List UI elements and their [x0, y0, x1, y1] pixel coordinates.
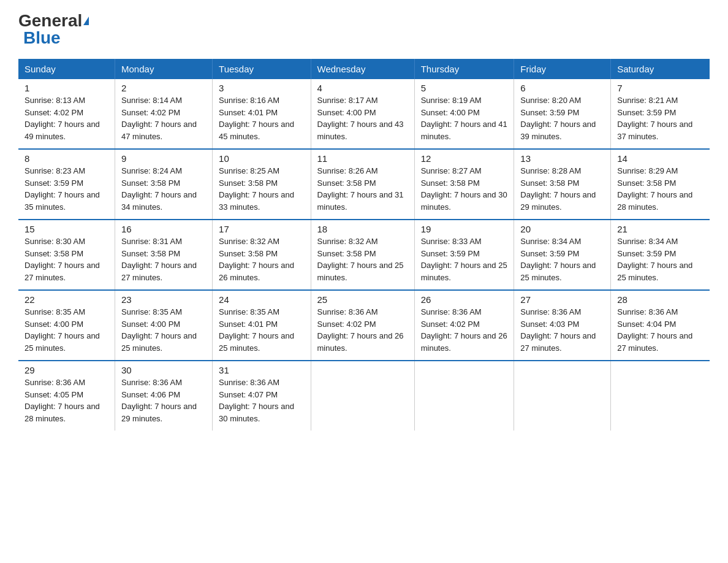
day-info: Sunrise: 8:28 AMSunset: 3:58 PMDaylight:… — [520, 166, 596, 212]
day-info: Sunrise: 8:33 AMSunset: 3:59 PMDaylight:… — [421, 237, 507, 282]
day-number: 26 — [421, 294, 508, 305]
day-number: 13 — [520, 153, 604, 164]
calendar-cell: 24 Sunrise: 8:35 AMSunset: 4:01 PMDaylig… — [213, 290, 311, 361]
day-number: 4 — [317, 83, 408, 93]
calendar-cell: 16 Sunrise: 8:31 AMSunset: 3:58 PMDaylig… — [115, 220, 213, 290]
day-info: Sunrise: 8:13 AMSunset: 4:02 PMDaylight:… — [25, 96, 100, 141]
day-number: 21 — [617, 224, 703, 234]
calendar-cell: 28 Sunrise: 8:36 AMSunset: 4:04 PMDaylig… — [611, 290, 710, 361]
calendar-cell: 9 Sunrise: 8:24 AMSunset: 3:58 PMDayligh… — [115, 149, 213, 220]
day-info: Sunrise: 8:20 AMSunset: 3:59 PMDaylight:… — [520, 96, 596, 141]
calendar-cell: 31 Sunrise: 8:36 AMSunset: 4:07 PMDaylig… — [213, 361, 311, 431]
weekday-header-saturday: Saturday — [611, 59, 710, 79]
day-number: 10 — [219, 153, 304, 164]
day-info: Sunrise: 8:31 AMSunset: 3:58 PMDaylight:… — [121, 237, 197, 282]
day-info: Sunrise: 8:35 AMSunset: 4:00 PMDaylight:… — [121, 307, 197, 353]
day-number: 19 — [421, 224, 508, 234]
day-number: 31 — [219, 365, 304, 375]
weekday-header-sunday: Sunday — [18, 59, 115, 79]
day-number: 17 — [219, 224, 304, 234]
day-number: 16 — [121, 224, 206, 234]
day-info: Sunrise: 8:21 AMSunset: 3:59 PMDaylight:… — [617, 96, 692, 141]
calendar-cell: 21 Sunrise: 8:34 AMSunset: 3:59 PMDaylig… — [611, 220, 710, 290]
day-info: Sunrise: 8:14 AMSunset: 4:02 PMDaylight:… — [121, 96, 197, 141]
day-info: Sunrise: 8:26 AMSunset: 3:58 PMDaylight:… — [317, 166, 404, 212]
day-number: 2 — [121, 83, 206, 93]
day-info: Sunrise: 8:17 AMSunset: 4:00 PMDaylight:… — [317, 96, 404, 141]
day-number: 24 — [219, 294, 304, 305]
calendar-cell: 20 Sunrise: 8:34 AMSunset: 3:59 PMDaylig… — [514, 220, 611, 290]
page-header: General Blue — [18, 12, 710, 47]
calendar-cell: 13 Sunrise: 8:28 AMSunset: 3:58 PMDaylig… — [514, 149, 611, 220]
day-number: 9 — [121, 153, 206, 164]
week-row-2: 8 Sunrise: 8:23 AMSunset: 3:59 PMDayligh… — [18, 149, 710, 220]
day-info: Sunrise: 8:36 AMSunset: 4:04 PMDaylight:… — [617, 307, 692, 353]
day-info: Sunrise: 8:36 AMSunset: 4:02 PMDaylight:… — [421, 307, 507, 353]
day-info: Sunrise: 8:34 AMSunset: 3:59 PMDaylight:… — [520, 237, 596, 282]
calendar-body: 1 Sunrise: 8:13 AMSunset: 4:02 PMDayligh… — [18, 79, 710, 431]
day-info: Sunrise: 8:36 AMSunset: 4:02 PMDaylight:… — [317, 307, 404, 353]
week-row-1: 1 Sunrise: 8:13 AMSunset: 4:02 PMDayligh… — [18, 79, 710, 149]
day-number: 30 — [121, 365, 206, 375]
weekday-header-monday: Monday — [115, 59, 213, 79]
calendar-cell: 15 Sunrise: 8:30 AMSunset: 3:58 PMDaylig… — [18, 220, 115, 290]
logo: General Blue — [18, 12, 89, 47]
day-info: Sunrise: 8:35 AMSunset: 4:00 PMDaylight:… — [25, 307, 100, 353]
weekday-header-wednesday: Wednesday — [311, 59, 414, 79]
day-info: Sunrise: 8:23 AMSunset: 3:59 PMDaylight:… — [25, 166, 100, 212]
calendar-cell: 30 Sunrise: 8:36 AMSunset: 4:06 PMDaylig… — [115, 361, 213, 431]
calendar-cell: 1 Sunrise: 8:13 AMSunset: 4:02 PMDayligh… — [18, 79, 115, 149]
day-info: Sunrise: 8:25 AMSunset: 3:58 PMDaylight:… — [219, 166, 294, 212]
calendar-cell: 5 Sunrise: 8:19 AMSunset: 4:00 PMDayligh… — [414, 79, 514, 149]
day-info: Sunrise: 8:29 AMSunset: 3:58 PMDaylight:… — [617, 166, 692, 212]
day-number: 15 — [25, 224, 108, 234]
day-info: Sunrise: 8:35 AMSunset: 4:01 PMDaylight:… — [219, 307, 294, 353]
day-number: 23 — [121, 294, 206, 305]
day-info: Sunrise: 8:36 AMSunset: 4:07 PMDaylight:… — [219, 378, 294, 423]
day-info: Sunrise: 8:30 AMSunset: 3:58 PMDaylight:… — [25, 237, 100, 282]
calendar-cell: 12 Sunrise: 8:27 AMSunset: 3:58 PMDaylig… — [414, 149, 514, 220]
day-info: Sunrise: 8:16 AMSunset: 4:01 PMDaylight:… — [219, 96, 294, 141]
calendar-cell: 7 Sunrise: 8:21 AMSunset: 3:59 PMDayligh… — [611, 79, 710, 149]
day-number: 3 — [219, 83, 304, 93]
day-number: 29 — [25, 365, 108, 375]
weekday-header-row: SundayMondayTuesdayWednesdayThursdayFrid… — [18, 59, 710, 79]
weekday-header-tuesday: Tuesday — [213, 59, 311, 79]
day-number: 1 — [25, 83, 108, 93]
day-info: Sunrise: 8:24 AMSunset: 3:58 PMDaylight:… — [121, 166, 197, 212]
day-number: 18 — [317, 224, 408, 234]
calendar-cell: 4 Sunrise: 8:17 AMSunset: 4:00 PMDayligh… — [311, 79, 414, 149]
calendar-cell: 27 Sunrise: 8:36 AMSunset: 4:03 PMDaylig… — [514, 290, 611, 361]
calendar-cell — [611, 361, 710, 431]
day-number: 27 — [520, 294, 604, 305]
calendar-cell: 10 Sunrise: 8:25 AMSunset: 3:58 PMDaylig… — [213, 149, 311, 220]
week-row-4: 22 Sunrise: 8:35 AMSunset: 4:00 PMDaylig… — [18, 290, 710, 361]
calendar-cell: 3 Sunrise: 8:16 AMSunset: 4:01 PMDayligh… — [213, 79, 311, 149]
day-number: 20 — [520, 224, 604, 234]
calendar-cell: 17 Sunrise: 8:32 AMSunset: 3:58 PMDaylig… — [213, 220, 311, 290]
calendar-cell: 23 Sunrise: 8:35 AMSunset: 4:00 PMDaylig… — [115, 290, 213, 361]
logo-blue-text: Blue — [23, 29, 61, 47]
day-info: Sunrise: 8:36 AMSunset: 4:03 PMDaylight:… — [520, 307, 596, 353]
weekday-header-friday: Friday — [514, 59, 611, 79]
calendar-cell — [514, 361, 611, 431]
calendar-table: SundayMondayTuesdayWednesdayThursdayFrid… — [18, 59, 710, 431]
calendar-cell — [414, 361, 514, 431]
calendar-cell: 2 Sunrise: 8:14 AMSunset: 4:02 PMDayligh… — [115, 79, 213, 149]
day-info: Sunrise: 8:36 AMSunset: 4:06 PMDaylight:… — [121, 378, 197, 423]
calendar-cell: 11 Sunrise: 8:26 AMSunset: 3:58 PMDaylig… — [311, 149, 414, 220]
day-info: Sunrise: 8:36 AMSunset: 4:05 PMDaylight:… — [25, 378, 100, 423]
weekday-header-thursday: Thursday — [414, 59, 514, 79]
logo-general-text: General — [18, 12, 89, 29]
calendar-cell: 8 Sunrise: 8:23 AMSunset: 3:59 PMDayligh… — [18, 149, 115, 220]
calendar-cell: 29 Sunrise: 8:36 AMSunset: 4:05 PMDaylig… — [18, 361, 115, 431]
day-info: Sunrise: 8:32 AMSunset: 3:58 PMDaylight:… — [219, 237, 294, 282]
day-info: Sunrise: 8:34 AMSunset: 3:59 PMDaylight:… — [617, 237, 692, 282]
calendar-cell: 19 Sunrise: 8:33 AMSunset: 3:59 PMDaylig… — [414, 220, 514, 290]
calendar-cell: 25 Sunrise: 8:36 AMSunset: 4:02 PMDaylig… — [311, 290, 414, 361]
day-number: 12 — [421, 153, 508, 164]
calendar-cell: 14 Sunrise: 8:29 AMSunset: 3:58 PMDaylig… — [611, 149, 710, 220]
day-number: 8 — [25, 153, 108, 164]
day-number: 25 — [317, 294, 408, 305]
week-row-5: 29 Sunrise: 8:36 AMSunset: 4:05 PMDaylig… — [18, 361, 710, 431]
